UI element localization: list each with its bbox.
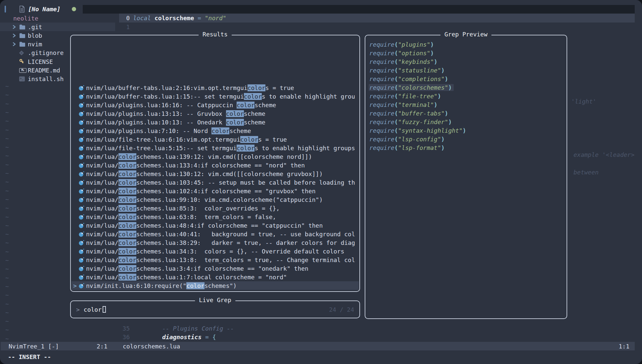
preview-line[interactable]: require("completions"): [369, 74, 565, 83]
lua-icon: [78, 85, 84, 91]
grep-result-row[interactable]: nvim/lua/colorschemes.lua:1:7:local colo…: [71, 273, 359, 281]
code-token: {: [212, 334, 216, 341]
grep-result-row[interactable]: nvim/lua/file-tree.lua:5:15:-- set termg…: [71, 144, 359, 152]
tilde-marker: ~: [5, 326, 9, 333]
grep-result-row[interactable]: nvim/lua/colorschemes.lua:103:45: -- set…: [71, 178, 359, 187]
code-token: (: [394, 101, 398, 108]
preview-line[interactable]: require("colorschemes"): [369, 83, 565, 92]
grep-result-row[interactable]: nvim/lua/colorschemes.lua:38:29: darker …: [71, 238, 359, 247]
result-post: schemes.lua:133:4:if colorscheme == "nor…: [136, 162, 305, 169]
code-token: "keybinds": [398, 58, 434, 65]
preview-line-code: require("lsp-format"): [369, 144, 447, 151]
code-token: "options": [398, 50, 431, 57]
grep-result-row[interactable]: nvim/lua/colorschemes.lua:130:12: vim.cm…: [71, 169, 359, 178]
result-pre: nvim/lua/: [86, 179, 118, 186]
tree-item-.git[interactable]: .git: [0, 23, 115, 31]
result-post: schemes.lua:40:41: background = true, --…: [136, 231, 355, 238]
tab-label: [No Name]: [28, 6, 61, 13]
results-list: nvim/lua/buffer-tabs.lua:2:16:vim.opt.te…: [71, 83, 359, 290]
result-post: schemes.lua:139:12: vim.cmd([[colorschem…: [136, 153, 312, 160]
grep-result-row[interactable]: nvim/lua/file-tree.lua:6:16:vim.opt.term…: [71, 135, 359, 144]
preview-line[interactable]: require("options"): [369, 49, 565, 57]
preview-line[interactable]: require("fuzzy-finder"): [369, 117, 565, 126]
code-token: (: [394, 110, 398, 117]
result-text: nvim/lua/colorschemes.lua:40:41: backgro…: [86, 231, 355, 238]
code-token: =: [202, 334, 212, 341]
grep-result-row[interactable]: nvim/lua/plugins.lua:13:13: -- Gruvbox c…: [71, 109, 359, 118]
live-grep-input[interactable]: > color 24 / 24: [71, 301, 359, 318]
grep-result-row[interactable]: nvim/lua/colorschemes.lua:99:10: vim.cmd…: [71, 195, 359, 204]
code-token: "completions": [398, 75, 445, 82]
preview-line[interactable]: require("plugins"): [369, 40, 565, 49]
result-pre: nvim/lua/plugins.lua:16:16: -- Catppucci…: [86, 102, 237, 109]
code-token: "fuzzy-finder": [398, 118, 448, 125]
grep-results-panel: Results nvim/lua/buffer-tabs.lua:2:16:vi…: [70, 35, 360, 292]
grep-result-row[interactable]: nvim/lua/colorschemes.lua:63:8: term_col…: [71, 212, 359, 221]
editor-line-1[interactable]: 1: [121, 23, 130, 31]
tree-item-label: .git: [28, 23, 42, 30]
result-pre: nvim/init.lua:6:10:require(": [86, 282, 186, 289]
preview-line-code: require("completions"): [369, 75, 450, 82]
match-highlight: color: [118, 162, 136, 169]
grep-result-row[interactable]: nvim/lua/colorschemes.lua:13:8: term_col…: [71, 255, 359, 264]
code-token: "terminal": [398, 101, 434, 108]
preview-line-code: require("keybinds"): [369, 58, 439, 65]
grep-result-row[interactable]: >nvim/init.lua:6:10:require("colorscheme…: [71, 281, 359, 290]
terminal-icon: >_: [19, 76, 25, 81]
result-text: nvim/lua/colorschemes.lua:13:8: term_col…: [86, 256, 355, 263]
result-text: nvim/lua/colorschemes.lua:102:4:if color…: [86, 188, 316, 195]
lua-icon: [78, 102, 84, 108]
code-token: diagnostics: [162, 334, 202, 341]
tree-item-label: .gitignore: [28, 49, 64, 56]
editor-line-0[interactable]: 0 local colorscheme = "nord": [121, 14, 226, 23]
preview-line[interactable]: require("keybinds"): [369, 57, 565, 66]
grep-result-row[interactable]: nvim/lua/colorschemes.lua:133:4:if color…: [71, 161, 359, 169]
code-token: require: [369, 118, 394, 125]
tilde-marker: ~: [5, 126, 9, 133]
code-token: require: [369, 144, 394, 151]
code-token: (: [394, 93, 398, 100]
preview-line[interactable]: require("lsp-format"): [369, 143, 565, 152]
grep-result-row[interactable]: nvim/lua/colorschemes.lua:40:41: backgro…: [71, 230, 359, 238]
code-token: ): [430, 50, 434, 57]
preview-line[interactable]: require("buffer-tabs"): [369, 109, 565, 117]
preview-line[interactable]: require("statusline"): [369, 66, 565, 74]
preview-line[interactable]: require("syntax-highlight"): [369, 126, 565, 135]
match-highlight: color: [118, 256, 136, 263]
lua-icon: [78, 136, 84, 143]
code-token: -- Plugins Config --: [162, 325, 234, 332]
grep-result-row[interactable]: nvim/lua/colorschemes.lua:34:3: colors =…: [71, 247, 359, 255]
code-line: diagnostics = {: [162, 334, 216, 341]
code-token: ): [445, 75, 448, 82]
grep-result-row[interactable]: nvim/lua/buffer-tabs.lua:2:16:vim.opt.te…: [71, 83, 359, 92]
lua-icon: [78, 154, 84, 160]
lua-icon: [78, 111, 84, 117]
result-post: s = true: [265, 84, 294, 91]
editor-line-0-text: local colorscheme = "nord": [133, 15, 226, 22]
grep-result-row[interactable]: nvim/lua/colorschemes.lua:102:4:if color…: [71, 187, 359, 195]
grep-result-row[interactable]: nvim/lua/plugins.lua:16:16: -- Catppucci…: [71, 101, 359, 109]
lua-icon: [78, 162, 84, 168]
grep-result-row[interactable]: nvim/lua/colorschemes.lua:139:12: vim.cm…: [71, 152, 359, 161]
result-pre: nvim/lua/: [86, 205, 118, 212]
grep-result-row[interactable]: nvim/lua/colorschemes.lua:3:4:if colorsc…: [71, 264, 359, 273]
lua-icon: [78, 257, 84, 263]
result-text: nvim/lua/colorschemes.lua:48:4:if colors…: [86, 222, 323, 229]
grep-result-row[interactable]: nvim/lua/buffer-tabs.lua:1:15:-- set ter…: [71, 92, 359, 101]
result-pre: nvim/lua/: [86, 239, 118, 246]
lua-icon: [78, 145, 84, 151]
code-token: require: [369, 93, 394, 100]
preview-line[interactable]: require("terminal"): [369, 100, 565, 109]
preview-line[interactable]: require("lsp-config"): [369, 135, 565, 143]
grep-result-row[interactable]: nvim/lua/plugins.lua:7:10: -- Nord color…: [71, 126, 359, 135]
result-post: scheme: [244, 119, 265, 126]
grep-result-row[interactable]: nvim/lua/colorschemes.lua:85:3: color_ov…: [71, 204, 359, 212]
grep-result-row[interactable]: nvim/lua/plugins.lua:10:13: -- Onedark c…: [71, 118, 359, 126]
buffer-tab[interactable]: [No Name]: [0, 4, 76, 14]
result-pre: nvim/lua/: [86, 248, 118, 255]
tilde-marker: ~: [5, 91, 9, 98]
grep-result-row[interactable]: nvim/lua/colorschemes.lua:48:4:if colors…: [71, 221, 359, 230]
lua-icon: [78, 197, 84, 203]
line-number: 0: [121, 15, 130, 22]
preview-line[interactable]: require("file-tree"): [369, 92, 565, 100]
